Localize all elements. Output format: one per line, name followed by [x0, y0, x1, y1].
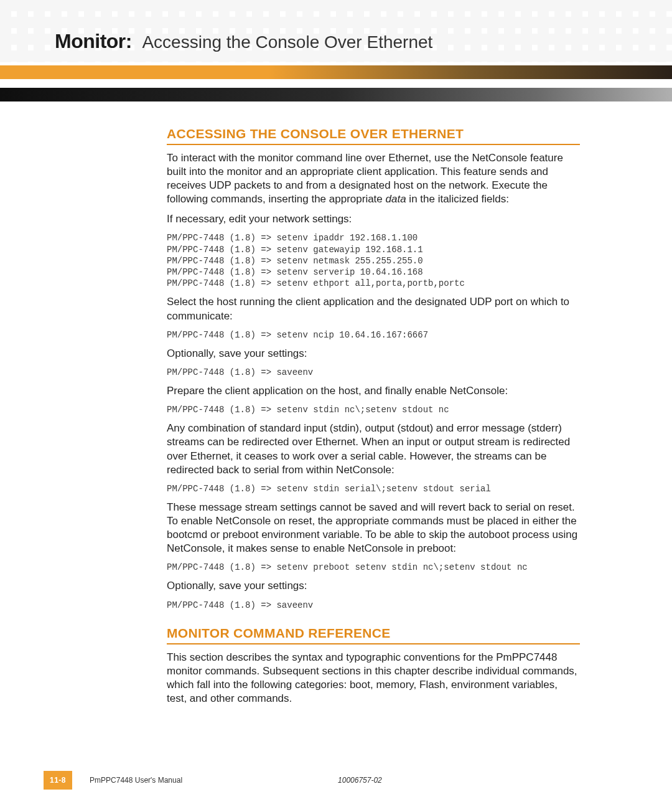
- code-block-preboot: PM/PPC-7448 (1.8) => setenv preboot sete…: [167, 562, 580, 573]
- accent-bar-orange: [0, 65, 672, 79]
- footer-manual-title: PmPPC7448 User's Manual: [90, 776, 182, 785]
- section-heading-reference: MONITOR COMMAND REFERENCE: [167, 626, 580, 644]
- code-block-stdin-serial: PM/PPC-7448 (1.8) => setenv stdin serial…: [167, 483, 580, 494]
- header-title: Accessing the Console Over Ethernet: [142, 32, 432, 52]
- code-block-saveenv1: PM/PPC-7448 (1.8) => saveenv: [167, 367, 580, 378]
- text-italic: data: [386, 193, 406, 205]
- paragraph-streams: Any combination of standard input (stdin…: [167, 422, 580, 476]
- paragraph-reference: This section describes the syntax and ty…: [167, 651, 580, 706]
- section-heading-accessing: ACCESSING THE CONSOLE OVER ETHERNET: [167, 126, 580, 145]
- code-block-network: PM/PPC-7448 (1.8) => setenv ipaddr 192.1…: [167, 232, 580, 289]
- main-content: ACCESSING THE CONSOLE OVER ETHERNET To i…: [167, 126, 580, 706]
- code-block-stdin-nc: PM/PPC-7448 (1.8) => setenv stdin nc\;se…: [167, 404, 580, 415]
- paragraph-network: If necessary, edit your network settings…: [167, 212, 580, 226]
- page-header: Monitor: Accessing the Console Over Ethe…: [0, 0, 672, 53]
- text: in the italicized fields:: [406, 193, 509, 205]
- paragraph-save2: Optionally, save your settings:: [167, 579, 580, 593]
- accent-bar-dark: [0, 88, 672, 101]
- page-number-badge: 11-8: [44, 771, 72, 790]
- footer-document-number: 10006757-02: [338, 776, 382, 785]
- paragraph-preboot: These message stream settings cannot be …: [167, 501, 580, 555]
- paragraph-save1: Optionally, save your settings:: [167, 347, 580, 361]
- header-prefix: Monitor:: [55, 30, 132, 52]
- code-block-saveenv2: PM/PPC-7448 (1.8) => saveenv: [167, 600, 580, 611]
- paragraph-enable: Prepare the client application on the ho…: [167, 384, 580, 398]
- paragraph-host: Select the host running the client appli…: [167, 295, 580, 323]
- paragraph-intro: To interact with the monitor command lin…: [167, 151, 580, 206]
- code-block-ncip: PM/PPC-7448 (1.8) => setenv ncip 10.64.1…: [167, 329, 580, 341]
- page-footer: 11-8 PmPPC7448 User's Manual 10006757-02: [0, 771, 672, 807]
